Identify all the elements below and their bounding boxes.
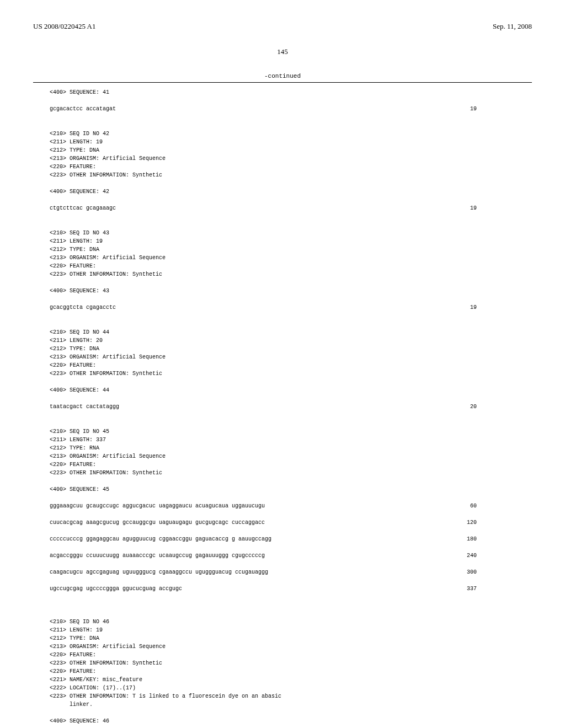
publication-date: Sep. 11, 2008 — [493, 22, 532, 31]
sequences-container: <400> SEQUENCE: 41gcgacactcc accatagat19… — [33, 88, 532, 728]
sequence-block: <210> SEQ ID NO 42<211> LENGTH: 19<212> … — [50, 130, 532, 212]
sequence-header-line: <223> OTHER INFORMATION: Synthetic — [50, 171, 532, 179]
sequence-data-line: cccccucccg ggagaggcau agugguucug cggaacc… — [50, 535, 532, 543]
sequence-header-line: <223> OTHER INFORMATION: Synthetic — [50, 270, 532, 279]
sequence-position: 240 — [467, 552, 532, 560]
sequence-header-line: <213> ORGANISM: Artificial Sequence — [50, 353, 532, 361]
sequence-header-line: <400> SEQUENCE: 44 — [50, 386, 532, 394]
sequence-header-line: <212> TYPE: RNA — [50, 444, 532, 452]
sequence-position: 19 — [470, 204, 532, 212]
sequence-text: gcgacactcc accatagat — [50, 105, 116, 113]
sequence-header-line: <223> OTHER INFORMATION: Synthetic — [50, 469, 532, 477]
sequence-data-line: cuucacgcag aaagcgucug gccauggcgu uaguaug… — [50, 518, 532, 527]
sequence-header-line: <220> FEATURE: — [50, 361, 532, 370]
sequence-text: caagacugcu agccgaguag uguugggucg cgaaagg… — [50, 568, 268, 576]
sequence-position: 337 — [467, 585, 532, 593]
sequence-block: <210> SEQ ID NO 44<211> LENGTH: 20<212> … — [50, 328, 532, 411]
sequence-header-line: <220> FEATURE: — [50, 651, 532, 659]
blank-line — [50, 709, 532, 717]
sequence-data-line: gcgacactcc accatagat19 — [50, 105, 532, 113]
sequence-header-line: linker. — [50, 700, 532, 709]
sequence-header-line: <213> ORGANISM: Artificial Sequence — [50, 643, 532, 651]
sequence-header-line: <220> FEATURE: — [50, 667, 532, 676]
sequence-position: 19 — [470, 105, 532, 113]
sequence-header-line: <400> SEQUENCE: 41 — [50, 88, 532, 97]
sequence-header-line: <220> FEATURE: — [50, 163, 532, 171]
sequence-position: 300 — [467, 568, 532, 576]
sequence-header-line: <210> SEQ ID NO 42 — [50, 130, 532, 138]
sequence-data-line: gggaaagcuu gcaugccugc aggucgacuc uagagga… — [50, 502, 532, 510]
sequence-header-line: <211> LENGTH: 19 — [50, 237, 532, 245]
sequence-header-line: <223> OTHER INFORMATION: Synthetic — [50, 659, 532, 667]
sequence-header-line: <212> TYPE: DNA — [50, 245, 532, 254]
sequence-header-line: <210> SEQ ID NO 46 — [50, 618, 532, 626]
sequence-header-line: <213> ORGANISM: Artificial Sequence — [50, 452, 532, 461]
sequence-text: ugccugcgag ugccccggga ggucucguag accgugc — [50, 585, 182, 593]
sequence-position: 180 — [467, 535, 532, 543]
sequence-data-line: gcacggtcta cgagacctc19 — [50, 303, 532, 312]
sequence-text: gcacggtcta cgagacctc — [50, 303, 116, 312]
sequence-header-line: <221> NAME/KEY: misc_feature — [50, 676, 532, 684]
sequence-position: 20 — [470, 403, 532, 411]
sequence-header-line: <210> SEQ ID NO 43 — [50, 229, 532, 237]
sequence-data-line: acgaccgggu ccuuucuugg auaaacccgc ucaaugc… — [50, 552, 532, 560]
sequence-block: <400> SEQUENCE: 41gcgacactcc accatagat19 — [50, 88, 532, 113]
sequence-text: cuucacgcag aaagcgucug gccauggcgu uaguaug… — [50, 518, 265, 527]
continued-label: -continued — [33, 73, 532, 79]
sequence-header-line: <220> FEATURE: — [50, 262, 532, 270]
sequence-header-line: <211> LENGTH: 337 — [50, 436, 532, 444]
sequence-header-line: <400> SEQUENCE: 46 — [50, 717, 532, 725]
sequence-text: gggaaagcuu gcaugccugc aggucgacuc uagagga… — [50, 502, 265, 510]
sequence-data-line: taatacgact cactataggg20 — [50, 403, 532, 411]
sequence-block: <210> SEQ ID NO 43<211> LENGTH: 19<212> … — [50, 229, 532, 312]
sequence-text: cccccucccg ggagaggcau agugguucug cggaacc… — [50, 535, 271, 543]
sequence-block: <210> SEQ ID NO 45<211> LENGTH: 337<212>… — [50, 427, 532, 601]
blank-line — [50, 279, 532, 287]
sequence-header-line: <223> OTHER INFORMATION: Synthetic — [50, 370, 532, 378]
sequence-data-line: ctgtcttcac gcagaaagc19 — [50, 204, 532, 212]
sequence-header-line: <210> SEQ ID NO 44 — [50, 328, 532, 336]
sequence-header-line: <211> LENGTH: 20 — [50, 336, 532, 345]
sequence-position: 19 — [470, 303, 532, 312]
publication-number: US 2008/0220425 A1 — [33, 22, 95, 31]
sequence-header-line: <212> TYPE: DNA — [50, 345, 532, 353]
sequence-header-line: <213> ORGANISM: Artificial Sequence — [50, 154, 532, 163]
blank-line — [50, 179, 532, 188]
divider-line — [33, 82, 532, 83]
sequence-header-line: <220> FEATURE: — [50, 461, 532, 469]
sequence-header-line: <211> LENGTH: 19 — [50, 138, 532, 146]
blank-line — [50, 477, 532, 485]
sequence-data-line: ugccugcgag ugccccggga ggucucguag accgugc… — [50, 585, 532, 593]
sequence-header-line: <400> SEQUENCE: 42 — [50, 188, 532, 196]
sequence-header-line: <211> LENGTH: 19 — [50, 626, 532, 634]
sequence-text: ctgtcttcac gcagaaagc — [50, 204, 116, 212]
sequence-position: 60 — [470, 502, 532, 510]
sequence-position: 120 — [467, 518, 532, 527]
sequence-header-line: <223> OTHER INFORMATION: T is linked to … — [50, 692, 532, 700]
sequence-header-line: <212> TYPE: DNA — [50, 634, 532, 643]
sequence-header-line: <210> SEQ ID NO 45 — [50, 427, 532, 436]
sequence-text: taatacgact cactataggg — [50, 403, 119, 411]
sequence-header-line: <400> SEQUENCE: 45 — [50, 485, 532, 494]
sequence-header-line: <212> TYPE: DNA — [50, 146, 532, 154]
sequence-header-line: <400> SEQUENCE: 43 — [50, 287, 532, 295]
blank-line — [50, 378, 532, 386]
sequence-header-line: <222> LOCATION: (17)..(17) — [50, 684, 532, 692]
page-header: US 2008/0220425 A1 Sep. 11, 2008 — [33, 22, 532, 31]
sequence-data-line: caagacugcu agccgaguag uguugggucg cgaaagg… — [50, 568, 532, 576]
sequence-block: <210> SEQ ID NO 46<211> LENGTH: 19<212> … — [50, 618, 532, 725]
sequence-header-line: <213> ORGANISM: Artificial Sequence — [50, 254, 532, 262]
page-number: 145 — [33, 47, 532, 56]
sequence-text: acgaccgggu ccuuucuugg auaaacccgc ucaaugc… — [50, 552, 265, 560]
